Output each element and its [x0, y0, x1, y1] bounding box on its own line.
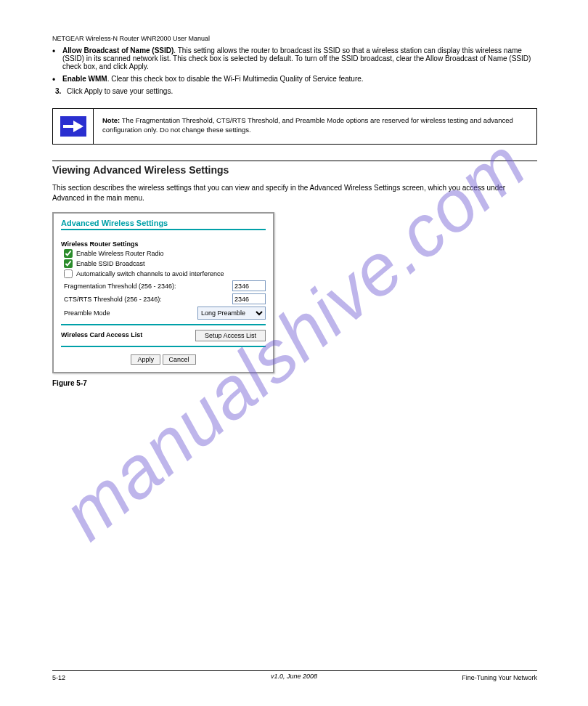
access-list-row: Wireless Card Access List Setup Access L…	[61, 330, 266, 341]
checkbox-row: Enable SSID Broadcast	[64, 259, 266, 268]
note-label: Note:	[102, 116, 120, 124]
group-divider	[61, 324, 266, 325]
chapter-title: Fine-Tuning Your Network	[462, 674, 537, 681]
section-heading: Viewing Advanced Wireless Settings	[52, 164, 537, 176]
panel-title: Advanced Wireless Settings	[61, 219, 266, 230]
cancel-button[interactable]: Cancel	[163, 354, 196, 365]
settings-panel-screenshot: Advanced Wireless Settings Wireless Rout…	[52, 212, 274, 373]
bullet-bold: Allow Broadcast of Name (SSID)	[62, 46, 173, 54]
step-text: Click Apply to save your settings.	[67, 87, 173, 95]
checkbox-label: Enable Wireless Router Radio	[76, 250, 164, 257]
section-divider	[52, 161, 537, 161]
bullet-bold: Enable WMM	[62, 75, 107, 83]
note-text: Note: The Fragmentation Threshold, CTS/R…	[94, 109, 536, 144]
preamble-label: Preamble Mode	[64, 309, 197, 317]
page-number: 5-12	[52, 674, 65, 681]
note-body: The Fragmentation Threshold, CTS/RTS Thr…	[102, 116, 513, 134]
group-divider	[61, 346, 266, 347]
figure-label: Figure 5-7	[52, 379, 537, 387]
apply-button[interactable]: Apply	[131, 354, 160, 365]
setup-access-list-button[interactable]: Setup Access List	[195, 330, 266, 341]
button-row: Apply Cancel	[61, 354, 266, 365]
checkbox-row: Enable Wireless Router Radio	[64, 249, 266, 258]
arrow-right-icon	[60, 116, 86, 137]
group-title: Wireless Router Settings	[61, 240, 266, 248]
numbered-step: 3. Click Apply to save your settings.	[52, 87, 537, 95]
enable-ssid-checkbox[interactable]	[64, 259, 73, 268]
bullet-item: Enable WMM. Clear this check box to disa…	[52, 75, 537, 83]
doc-title-header: NETGEAR Wireless-N Router WNR2000 User M…	[52, 35, 537, 42]
auto-channel-checkbox[interactable]	[64, 269, 73, 278]
cts-threshold-input[interactable]	[232, 293, 266, 304]
checkbox-row: Automatically switch channels to avoid i…	[64, 269, 266, 278]
section-intro: This section describes the wireless sett…	[52, 183, 537, 203]
field-row: Preamble Mode Long Preamble	[64, 307, 266, 320]
version-footer: v1.0, June 2008	[271, 673, 317, 680]
page-content: NETGEAR Wireless-N Router WNR2000 User M…	[52, 35, 537, 387]
frag-threshold-label: Fragmentation Threshold (256 - 2346):	[64, 283, 232, 290]
field-row: CTS/RTS Threshold (256 - 2346):	[64, 293, 266, 304]
access-list-label: Wireless Card Access List	[61, 331, 142, 338]
note-icon-cell	[53, 109, 94, 144]
bullet-item: Allow Broadcast of Name (SSID). This set…	[52, 46, 537, 70]
step-number: 3.	[55, 87, 61, 95]
field-row: Fragmentation Threshold (256 - 2346):	[64, 280, 266, 291]
checkbox-label: Enable SSID Broadcast	[76, 260, 145, 267]
cts-threshold-label: CTS/RTS Threshold (256 - 2346):	[64, 296, 232, 303]
bullet-rest: . Clear this check box to disable the Wi…	[107, 75, 364, 83]
frag-threshold-input[interactable]	[232, 280, 266, 291]
note-callout: Note: The Fragmentation Threshold, CTS/R…	[52, 108, 537, 145]
enable-radio-checkbox[interactable]	[64, 249, 73, 258]
preamble-select[interactable]: Long Preamble	[197, 307, 266, 320]
checkbox-label: Automatically switch channels to avoid i…	[76, 270, 224, 277]
